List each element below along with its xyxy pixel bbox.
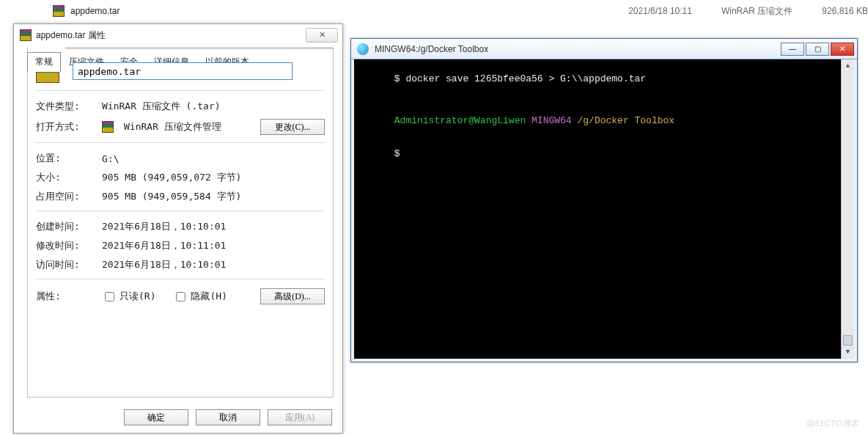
apply-button[interactable]: 应用(A) [268,409,332,425]
terminal-window: MINGW64:/g/Docker Toolbox — ▢ ✕ $ docker… [350,38,858,362]
hidden-checkbox-box[interactable] [176,292,185,301]
explorer-file-name: appdemo.tar [70,6,599,16]
divider [36,90,325,91]
minimize-button[interactable]: — [781,43,804,56]
value-disk: 905 MB (949,059,584 字节) [102,190,325,203]
rar-app-icon [102,121,114,133]
tab-general[interactable]: 常规 [27,52,61,72]
label-attributes: 属性: [36,290,102,303]
value-size: 905 MB (949,059,072 字节) [102,171,325,184]
label-open-with: 打开方式: [36,120,102,134]
value-open-with: WinRAR 压缩文件管理 更改(C)... [102,119,325,135]
label-accessed: 访问时间: [36,258,102,271]
terminal-titlebar[interactable]: MINGW64:/g/Docker Toolbox — ▢ ✕ [351,39,857,59]
mingw-icon [357,43,369,55]
properties-titlebar[interactable]: appdemo.tar 属性 ✕ [14,24,342,46]
watermark: @51CTO博客 [806,418,859,429]
advanced-button[interactable]: 高级(D)... [260,288,325,304]
value-modified: 2021年6月18日，10:11:01 [102,239,325,252]
terminal-command: docker save 1265bfee0a56 > G:\\appdemo.t… [405,73,646,84]
value-accessed: 2021年6月18日，10:10:01 [102,258,325,271]
label-modified: 修改时间: [36,239,102,252]
close-button[interactable]: ✕ [306,28,338,43]
properties-title: appdemo.tar 属性 [36,29,306,42]
explorer-file-size: 926,816 KB [822,6,868,16]
explorer-file-date: 2021/6/18 10:11 [628,6,692,16]
divider [36,211,325,211]
terminal-ps-user: Administrator@WangLiwen [394,115,526,126]
readonly-checkbox-box[interactable] [105,292,114,301]
label-disk: 占用空间: [36,190,102,203]
terminal-ps-env: MINGW64 [532,115,572,126]
maximize-button[interactable]: ▢ [806,43,829,56]
divider [36,279,325,279]
open-with-app: WinRAR 压缩文件管理 [124,120,221,134]
label-created: 创建时间: [36,220,102,233]
filename-input[interactable] [73,62,293,80]
terminal-body[interactable]: $ docker save 1265bfee0a56 > G:\\appdemo… [354,59,854,359]
scroll-thumb[interactable] [843,335,853,346]
label-location: 位置: [36,152,102,165]
terminal-prompt: $ [394,148,400,159]
cancel-button[interactable]: 取消 [196,409,260,425]
scroll-down-arrow-icon[interactable]: ▼ [842,346,854,359]
scroll-up-arrow-icon[interactable]: ▲ [842,59,854,73]
value-location: G:\ [102,153,325,164]
explorer-file-type: WinRAR 压缩文件 [721,5,792,18]
dialog-buttons: 确定 取消 应用(A) [124,409,332,425]
label-size: 大小: [36,171,102,184]
hidden-checkbox[interactable]: 隐藏(H) [173,290,227,304]
terminal-scrollbar[interactable]: ▲ ▼ [841,59,854,359]
rar-file-icon [20,29,32,41]
terminal-prompt: $ [394,73,400,84]
readonly-checkbox[interactable]: 只读(R) [102,290,155,304]
hidden-label: 隐藏(H) [191,290,227,303]
terminal-title: MINGW64:/g/Docker Toolbox [375,44,781,54]
properties-dialog: appdemo.tar 属性 ✕ 常规 压缩文件 安全 详细信息 以前的版本 文… [13,23,343,434]
change-button[interactable]: 更改(C)... [260,119,325,135]
terminal-ps-path: /g/Docker Toolbox [577,115,674,126]
explorer-file-row[interactable]: appdemo.tar 2021/6/18 10:11 WinRAR 压缩文件 … [53,3,868,19]
ok-button[interactable]: 确定 [124,409,188,425]
value-file-type: WinRAR 压缩文件 (.tar) [102,100,325,113]
readonly-label: 只读(R) [119,290,155,303]
scroll-track[interactable] [842,73,854,335]
window-controls: — ▢ ✕ [781,43,854,56]
properties-body: 文件类型: WinRAR 压缩文件 (.tar) 打开方式: WinRAR 压缩… [27,49,334,398]
close-button[interactable]: ✕ [831,43,854,56]
value-created: 2021年6月18日，10:10:01 [102,220,325,233]
value-attributes: 只读(R) 隐藏(H) 高级(D)... [102,288,325,304]
divider [36,142,325,143]
label-file-type: 文件类型: [36,100,102,113]
rar-file-icon [53,5,65,17]
